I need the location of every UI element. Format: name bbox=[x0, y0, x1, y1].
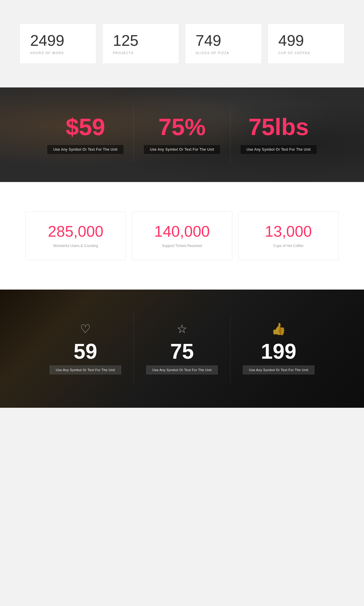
stat-label: SLICES OF PIZZA bbox=[196, 51, 251, 55]
icon-number: 199 bbox=[261, 341, 296, 362]
stats-icons-dark-section: ♡ 59 Use Any Symbol Or Text For The Unit… bbox=[0, 290, 364, 408]
stats-white-section: 285,000 Wonderful Users & Counting 140,0… bbox=[0, 182, 364, 290]
overlay-grid: $59 Use Any Symbol Or Text For The Unit … bbox=[20, 106, 344, 163]
stat-label: Cups of Hot Coffee bbox=[273, 244, 303, 248]
overlay-col-0: $59 Use Any Symbol Or Text For The Unit bbox=[37, 106, 134, 163]
stat-label: PROJECTS bbox=[113, 51, 168, 55]
stats-light-section: 2499 HOURS OF WORK 125 PROJECTS 749 SLIC… bbox=[0, 0, 364, 87]
stat-card-white-1: 140,000 Support Tickets Resolved bbox=[132, 212, 232, 260]
stat-card-light-2: 749 SLICES OF PIZZA bbox=[185, 24, 262, 64]
stat-label: Wonderful Users & Counting bbox=[53, 244, 98, 248]
overlay-number: 75lbs bbox=[248, 115, 309, 139]
stat-label: HOURS OF WORK bbox=[30, 51, 86, 55]
icons-grid: ♡ 59 Use Any Symbol Or Text For The Unit… bbox=[20, 296, 344, 401]
overlay-col-1: 75% Use Any Symbol Or Text For The Unit bbox=[134, 106, 230, 163]
stat-number: 2499 bbox=[30, 33, 86, 48]
stat-number: 125 bbox=[113, 33, 168, 48]
stat-number: 285,000 bbox=[48, 224, 103, 239]
stat-card-light-3: 499 CUP OF COFFEE bbox=[268, 24, 344, 64]
overlay-number: 75% bbox=[158, 115, 206, 139]
stat-card-light-0: 2499 HOURS OF WORK bbox=[20, 24, 96, 64]
stat-number: 749 bbox=[196, 33, 251, 48]
overlay-desc: Use Any Symbol Or Text For The Unit bbox=[144, 145, 220, 154]
overlay-desc: Use Any Symbol Or Text For The Unit bbox=[47, 145, 124, 154]
stat-label: Support Tickets Resolved bbox=[162, 244, 202, 248]
stat-number: 499 bbox=[278, 33, 334, 48]
icon-desc: Use Any Symbol Or Text For The Unit bbox=[243, 365, 315, 374]
overlay-number: $59 bbox=[66, 115, 105, 139]
heart-icon: ♡ bbox=[80, 323, 91, 335]
icon-desc: Use Any Symbol Or Text For The Unit bbox=[50, 365, 121, 374]
stat-label: CUP OF COFFEE bbox=[278, 51, 334, 55]
star-icon: ☆ bbox=[177, 323, 187, 335]
icon-col-2: 👍 199 Use Any Symbol Or Text For The Uni… bbox=[230, 314, 327, 383]
icon-col-0: ♡ 59 Use Any Symbol Or Text For The Unit bbox=[37, 314, 134, 383]
icon-number: 59 bbox=[74, 341, 97, 362]
stats-dark-overlay-section: $59 Use Any Symbol Or Text For The Unit … bbox=[0, 87, 364, 182]
icon-desc: Use Any Symbol Or Text For The Unit bbox=[146, 365, 218, 374]
stat-card-white-0: 285,000 Wonderful Users & Counting bbox=[25, 212, 126, 260]
stat-card-white-2: 13,000 Cups of Hot Coffee bbox=[238, 212, 339, 260]
overlay-col-2: 75lbs Use Any Symbol Or Text For The Uni… bbox=[230, 106, 327, 163]
icon-col-1: ☆ 75 Use Any Symbol Or Text For The Unit bbox=[134, 314, 230, 383]
overlay-desc: Use Any Symbol Or Text For The Unit bbox=[240, 145, 317, 154]
stat-number: 13,000 bbox=[265, 224, 312, 239]
stat-card-light-1: 125 PROJECTS bbox=[102, 24, 179, 64]
thumbs-up-icon: 👍 bbox=[271, 323, 286, 335]
stat-number: 140,000 bbox=[154, 224, 210, 239]
icon-number: 75 bbox=[170, 341, 194, 362]
